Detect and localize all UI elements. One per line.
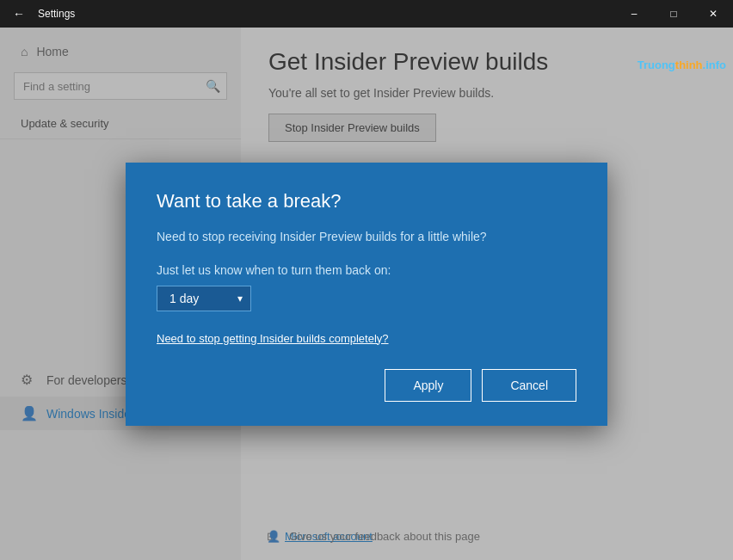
- break-dialog: Want to take a break? Need to stop recei…: [126, 163, 607, 426]
- title-bar: ← Settings – □ ✕: [0, 0, 733, 28]
- back-button[interactable]: ←: [7, 2, 31, 26]
- close-button[interactable]: ✕: [693, 0, 733, 28]
- dialog-turn-back-label: Just let us know when to turn them back …: [157, 263, 576, 277]
- app-container: Truongthinh.info ⌂ Home 🔍 Update & secur…: [0, 28, 733, 560]
- window-title: Settings: [38, 8, 75, 20]
- watermark: Truongthinh.info: [638, 58, 726, 71]
- dialog-title: Want to take a break?: [157, 190, 576, 212]
- apply-button[interactable]: Apply: [385, 369, 471, 402]
- duration-select-wrapper: 1 day 2 days 3 days 1 week ▾: [157, 286, 251, 311]
- cancel-button[interactable]: Cancel: [482, 369, 576, 402]
- stop-completely-link[interactable]: Need to stop getting Insider builds comp…: [157, 332, 576, 345]
- dialog-description: Need to stop receiving Insider Preview b…: [157, 228, 576, 246]
- maximize-button[interactable]: □: [654, 0, 693, 28]
- settings-background: ⌂ Home 🔍 Update & security ⚙ For develop…: [0, 28, 733, 560]
- dialog-buttons: Apply Cancel: [157, 369, 576, 402]
- duration-select[interactable]: 1 day 2 days 3 days 1 week: [157, 286, 251, 311]
- minimize-button[interactable]: –: [614, 0, 654, 28]
- window-controls: – □ ✕: [614, 0, 733, 28]
